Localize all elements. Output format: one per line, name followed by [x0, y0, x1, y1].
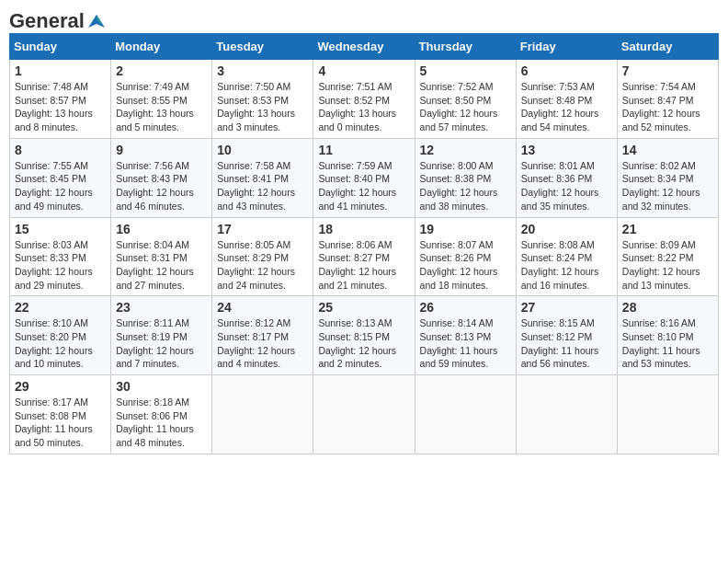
day-info: Sunrise: 8:18 AM Sunset: 8:06 PM Dayligh…: [116, 396, 207, 450]
day-number: 29: [15, 379, 106, 394]
day-number: 9: [116, 143, 207, 157]
day-number: 14: [622, 143, 713, 157]
weekday-header-saturday: Saturday: [617, 34, 718, 60]
day-info: Sunrise: 8:16 AM Sunset: 8:10 PM Dayligh…: [622, 316, 713, 371]
day-info: Sunrise: 8:09 AM Sunset: 8:22 PM Dayligh…: [622, 238, 713, 293]
logo: General: [9, 9, 107, 29]
day-cell: 25 Sunrise: 8:13 AM Sunset: 8:15 PM Dayl…: [313, 296, 415, 375]
day-number: 26: [420, 300, 511, 315]
day-number: 10: [217, 143, 308, 157]
day-cell: 20 Sunrise: 8:08 AM Sunset: 8:24 PM Dayl…: [516, 217, 617, 296]
day-number: 20: [521, 222, 612, 236]
day-number: 5: [420, 63, 511, 78]
day-cell: 30 Sunrise: 8:18 AM Sunset: 8:06 PM Dayl…: [111, 375, 212, 454]
day-info: Sunrise: 7:58 AM Sunset: 8:41 PM Dayligh…: [217, 159, 308, 213]
day-info: Sunrise: 8:05 AM Sunset: 8:29 PM Dayligh…: [217, 238, 308, 293]
weekday-header-friday: Friday: [516, 34, 617, 60]
page-header: General: [9, 9, 719, 29]
day-cell: 21 Sunrise: 8:09 AM Sunset: 8:22 PM Dayl…: [617, 217, 718, 296]
day-number: 17: [217, 222, 308, 236]
day-info: Sunrise: 7:52 AM Sunset: 8:50 PM Dayligh…: [420, 80, 511, 134]
day-cell: 24 Sunrise: 8:12 AM Sunset: 8:17 PM Dayl…: [212, 296, 313, 375]
day-cell: 9 Sunrise: 7:56 AM Sunset: 8:43 PM Dayli…: [111, 138, 212, 217]
day-info: Sunrise: 7:55 AM Sunset: 8:45 PM Dayligh…: [15, 159, 106, 213]
day-number: 27: [521, 300, 612, 315]
day-number: 11: [318, 143, 409, 157]
day-number: 6: [521, 63, 612, 78]
day-number: 13: [521, 143, 612, 157]
day-number: 23: [116, 300, 207, 315]
day-number: 19: [420, 222, 511, 236]
day-info: Sunrise: 7:59 AM Sunset: 8:40 PM Dayligh…: [318, 159, 409, 213]
day-number: 21: [622, 222, 713, 236]
day-cell: 22 Sunrise: 8:10 AM Sunset: 8:20 PM Dayl…: [10, 296, 111, 375]
day-info: Sunrise: 8:02 AM Sunset: 8:34 PM Dayligh…: [622, 159, 713, 213]
day-cell: [415, 375, 516, 454]
day-number: 22: [15, 300, 106, 315]
weekday-header-monday: Monday: [111, 34, 212, 60]
day-number: 4: [318, 63, 409, 78]
day-info: Sunrise: 7:51 AM Sunset: 8:52 PM Dayligh…: [318, 80, 409, 134]
day-info: Sunrise: 7:50 AM Sunset: 8:53 PM Dayligh…: [217, 80, 308, 134]
day-number: 25: [318, 300, 409, 315]
day-cell: 2 Sunrise: 7:49 AM Sunset: 8:55 PM Dayli…: [111, 60, 212, 139]
day-cell: 26 Sunrise: 8:14 AM Sunset: 8:13 PM Dayl…: [415, 296, 516, 375]
day-cell: 17 Sunrise: 8:05 AM Sunset: 8:29 PM Dayl…: [212, 217, 313, 296]
day-cell: [313, 375, 415, 454]
day-info: Sunrise: 8:12 AM Sunset: 8:17 PM Dayligh…: [217, 316, 308, 371]
day-number: 15: [15, 222, 106, 236]
day-number: 2: [116, 63, 207, 78]
week-row-5: 29 Sunrise: 8:17 AM Sunset: 8:08 PM Dayl…: [10, 375, 719, 454]
day-info: Sunrise: 7:54 AM Sunset: 8:47 PM Dayligh…: [622, 80, 713, 134]
day-cell: 6 Sunrise: 7:53 AM Sunset: 8:48 PM Dayli…: [516, 60, 617, 139]
day-number: 28: [622, 300, 713, 315]
day-info: Sunrise: 7:48 AM Sunset: 8:57 PM Dayligh…: [15, 80, 106, 134]
weekday-header-row: SundayMondayTuesdayWednesdayThursdayFrid…: [10, 34, 719, 60]
day-cell: 13 Sunrise: 8:01 AM Sunset: 8:36 PM Dayl…: [516, 138, 617, 217]
day-number: 18: [318, 222, 409, 236]
day-number: 24: [217, 300, 308, 315]
day-cell: [617, 375, 718, 454]
week-row-2: 8 Sunrise: 7:55 AM Sunset: 8:45 PM Dayli…: [10, 138, 719, 217]
day-cell: 15 Sunrise: 8:03 AM Sunset: 8:33 PM Dayl…: [10, 217, 111, 296]
day-number: 12: [420, 143, 511, 157]
day-number: 3: [217, 63, 308, 78]
day-info: Sunrise: 8:14 AM Sunset: 8:13 PM Dayligh…: [420, 316, 511, 371]
logo-bird-icon: [86, 11, 107, 31]
day-cell: 7 Sunrise: 7:54 AM Sunset: 8:47 PM Dayli…: [617, 60, 718, 139]
day-cell: 19 Sunrise: 8:07 AM Sunset: 8:26 PM Dayl…: [415, 217, 516, 296]
day-info: Sunrise: 8:00 AM Sunset: 8:38 PM Dayligh…: [420, 159, 511, 213]
week-row-4: 22 Sunrise: 8:10 AM Sunset: 8:20 PM Dayl…: [10, 296, 719, 375]
day-cell: 16 Sunrise: 8:04 AM Sunset: 8:31 PM Dayl…: [111, 217, 212, 296]
day-info: Sunrise: 8:15 AM Sunset: 8:12 PM Dayligh…: [521, 316, 612, 371]
day-number: 30: [116, 379, 207, 394]
day-cell: 12 Sunrise: 8:00 AM Sunset: 8:38 PM Dayl…: [415, 138, 516, 217]
day-info: Sunrise: 7:53 AM Sunset: 8:48 PM Dayligh…: [521, 80, 612, 134]
day-cell: [212, 375, 313, 454]
day-info: Sunrise: 8:17 AM Sunset: 8:08 PM Dayligh…: [15, 396, 106, 450]
day-cell: 18 Sunrise: 8:06 AM Sunset: 8:27 PM Dayl…: [313, 217, 415, 296]
day-info: Sunrise: 8:03 AM Sunset: 8:33 PM Dayligh…: [15, 238, 106, 293]
weekday-header-thursday: Thursday: [415, 34, 516, 60]
day-info: Sunrise: 8:10 AM Sunset: 8:20 PM Dayligh…: [15, 316, 106, 371]
day-cell: 23 Sunrise: 8:11 AM Sunset: 8:19 PM Dayl…: [111, 296, 212, 375]
day-info: Sunrise: 8:13 AM Sunset: 8:15 PM Dayligh…: [318, 316, 409, 371]
day-cell: 14 Sunrise: 8:02 AM Sunset: 8:34 PM Dayl…: [617, 138, 718, 217]
day-cell: 3 Sunrise: 7:50 AM Sunset: 8:53 PM Dayli…: [212, 60, 313, 139]
day-info: Sunrise: 8:06 AM Sunset: 8:27 PM Dayligh…: [318, 238, 409, 293]
day-number: 16: [116, 222, 207, 236]
day-info: Sunrise: 7:56 AM Sunset: 8:43 PM Dayligh…: [116, 159, 207, 213]
day-info: Sunrise: 7:49 AM Sunset: 8:55 PM Dayligh…: [116, 80, 207, 134]
day-cell: 29 Sunrise: 8:17 AM Sunset: 8:08 PM Dayl…: [10, 375, 111, 454]
day-info: Sunrise: 8:08 AM Sunset: 8:24 PM Dayligh…: [521, 238, 612, 293]
day-cell: 1 Sunrise: 7:48 AM Sunset: 8:57 PM Dayli…: [10, 60, 111, 139]
day-cell: 4 Sunrise: 7:51 AM Sunset: 8:52 PM Dayli…: [313, 60, 415, 139]
weekday-header-tuesday: Tuesday: [212, 34, 313, 60]
calendar-table: SundayMondayTuesdayWednesdayThursdayFrid…: [9, 33, 719, 454]
day-cell: 27 Sunrise: 8:15 AM Sunset: 8:12 PM Dayl…: [516, 296, 617, 375]
weekday-header-sunday: Sunday: [10, 34, 111, 60]
day-cell: 11 Sunrise: 7:59 AM Sunset: 8:40 PM Dayl…: [313, 138, 415, 217]
week-row-3: 15 Sunrise: 8:03 AM Sunset: 8:33 PM Dayl…: [10, 217, 719, 296]
day-cell: 5 Sunrise: 7:52 AM Sunset: 8:50 PM Dayli…: [415, 60, 516, 139]
week-row-1: 1 Sunrise: 7:48 AM Sunset: 8:57 PM Dayli…: [10, 60, 719, 139]
